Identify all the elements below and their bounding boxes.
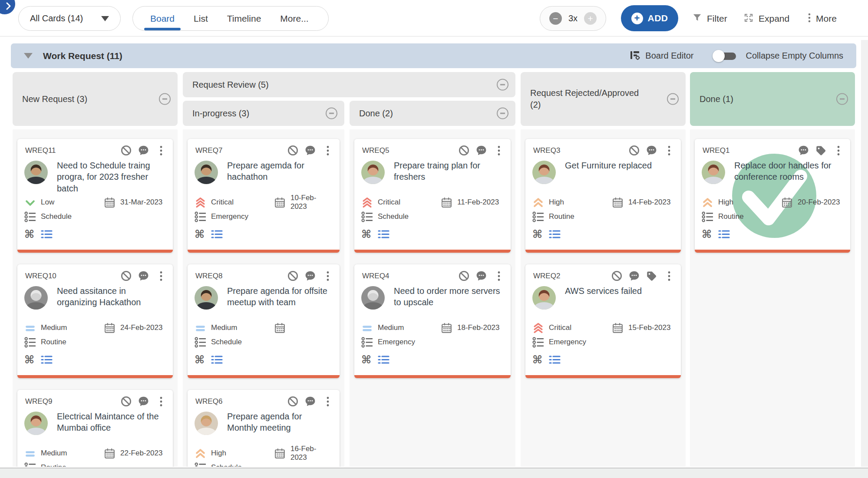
dots-icon[interactable] (663, 270, 675, 282)
section-collapse-caret-icon[interactable] (24, 53, 33, 59)
card-id: WREQ4 (362, 272, 389, 280)
collapse-column-icon[interactable] (667, 93, 679, 105)
ban-icon[interactable] (458, 270, 470, 282)
comment-icon[interactable] (138, 270, 149, 282)
horizontal-scrollbar-track[interactable] (0, 468, 868, 478)
kanban-card[interactable]: WREQ10 Need assitance in organizing Hack… (17, 264, 173, 378)
zoom-out-button[interactable]: − (549, 12, 562, 25)
checklist-icon[interactable] (41, 229, 53, 239)
kanban-card[interactable]: WREQ5 Prepare traing plan for freshers C… (354, 139, 511, 253)
shortcut-command-icon[interactable]: ⌘ (702, 229, 712, 240)
kanban-card[interactable]: WREQ4 Need to order more servers to upsc… (354, 264, 511, 378)
ban-icon[interactable] (458, 145, 470, 156)
dots-icon[interactable] (322, 270, 333, 282)
checklist-icon[interactable] (378, 229, 389, 239)
dots-icon[interactable] (493, 270, 505, 282)
comment-icon[interactable] (475, 270, 487, 282)
avatar (24, 412, 48, 435)
zoom-in-button[interactable]: + (584, 12, 597, 25)
checklist-icon[interactable] (718, 229, 730, 239)
card-priority-date-row: High 16-Feb-2023 (195, 447, 333, 459)
add-button[interactable]: + ADD (621, 5, 678, 31)
comment-icon[interactable] (798, 145, 809, 156)
section-header-actions: Board Editor Collapse Empty Columns (630, 50, 843, 62)
collapse-column-icon[interactable] (836, 93, 848, 105)
ban-icon[interactable] (287, 396, 299, 407)
comment-icon[interactable] (138, 396, 149, 407)
ban-icon[interactable] (628, 145, 640, 156)
checklist-icon[interactable] (211, 229, 223, 239)
card-footer-icons: ⌘ (361, 228, 389, 240)
dots-icon[interactable] (832, 145, 844, 156)
priority: Medium (24, 448, 67, 459)
shortcut-command-icon[interactable]: ⌘ (361, 229, 371, 240)
checklist-icon[interactable] (41, 355, 53, 365)
tab-board[interactable]: Board (150, 7, 175, 30)
shortcut-command-icon[interactable]: ⌘ (195, 354, 205, 365)
kanban-card[interactable]: WREQ8 Prepare agenda for offsite meetup … (188, 264, 340, 378)
comment-icon[interactable] (304, 396, 316, 407)
kanban-card[interactable]: WREQ1 Replace door handles for conferenc… (695, 139, 850, 253)
expand-button[interactable]: Expand (743, 6, 789, 31)
kanban-card[interactable]: WREQ7 Prepare agemda for hachathon Criti… (188, 139, 340, 253)
kanban-card[interactable]: WREQ9 Electrical Maintance of the Mumbai… (17, 390, 173, 467)
cards-filter-dropdown[interactable]: All Cards (14) (18, 6, 121, 31)
vertical-scrollbar-track[interactable] (861, 40, 868, 467)
checklist-icon[interactable] (549, 229, 561, 239)
comment-icon[interactable] (304, 270, 316, 282)
cards-filter-label: All Cards (14) (30, 13, 83, 23)
task-type-icon (532, 211, 544, 222)
checklist-icon[interactable] (211, 355, 223, 365)
tag-icon[interactable] (815, 145, 827, 156)
tab-more[interactable]: More... (280, 7, 308, 30)
checklist-icon[interactable] (378, 355, 389, 365)
filter-button[interactable]: Filter (692, 6, 727, 31)
ban-icon[interactable] (611, 270, 623, 282)
collapse-column-icon[interactable] (497, 79, 508, 91)
column-new-request: WREQ11 Need to Schedule traing progra, f… (13, 129, 178, 467)
shortcut-command-icon[interactable]: ⌘ (24, 354, 34, 365)
checklist-icon[interactable] (549, 355, 561, 365)
collapse-column-icon[interactable] (326, 108, 337, 119)
column-header-done-sub: Done (2) (350, 101, 515, 126)
more-button[interactable]: More (808, 6, 837, 31)
kanban-card[interactable]: WREQ3 Get Furniture replaced High (525, 139, 681, 253)
collapse-column-icon[interactable] (497, 108, 508, 119)
ban-icon[interactable] (287, 270, 299, 282)
card-header-icons (623, 145, 675, 156)
card-title: Prepare agenda for offsite meetup with t… (227, 285, 333, 308)
ban-icon[interactable] (120, 145, 132, 156)
kanban-card[interactable]: WREQ6 Prepare agenda for Monthly meeting… (188, 390, 340, 467)
dots-icon[interactable] (155, 396, 167, 407)
comment-icon[interactable] (646, 145, 657, 156)
card-title: Prepare agenda for Monthly meeting (227, 411, 333, 434)
comment-icon[interactable] (304, 145, 316, 156)
kanban-card[interactable]: WREQ2 AWS services failed Critical (525, 264, 681, 378)
ban-icon[interactable] (120, 270, 132, 282)
dots-icon[interactable] (493, 145, 505, 156)
comment-icon[interactable] (138, 145, 149, 156)
shortcut-command-icon[interactable]: ⌘ (532, 354, 542, 365)
dots-icon[interactable] (155, 270, 167, 282)
dots-icon[interactable] (155, 145, 167, 156)
board-editor-button[interactable]: Board Editor (630, 50, 693, 62)
kanban-card[interactable]: WREQ11 Need to Schedule traing progra, f… (17, 139, 173, 253)
shortcut-command-icon[interactable]: ⌘ (24, 229, 34, 240)
tag-icon[interactable] (646, 270, 657, 282)
tab-timeline[interactable]: Timeline (227, 7, 261, 30)
ban-icon[interactable] (287, 145, 299, 156)
collapse-empty-columns-toggle[interactable] (713, 50, 737, 62)
comment-icon[interactable] (628, 270, 640, 282)
task-type-icon (702, 211, 713, 222)
dots-icon[interactable] (663, 145, 675, 156)
dots-icon[interactable] (322, 145, 333, 156)
dots-icon[interactable] (322, 396, 333, 407)
tab-list[interactable]: List (194, 7, 208, 30)
ban-icon[interactable] (120, 396, 132, 407)
card-title: Electrical Maintance of the Mumbai offic… (57, 411, 166, 434)
shortcut-command-icon[interactable]: ⌘ (532, 229, 542, 240)
shortcut-command-icon[interactable]: ⌘ (195, 229, 205, 240)
comment-icon[interactable] (475, 145, 487, 156)
shortcut-command-icon[interactable]: ⌘ (361, 354, 371, 365)
collapse-column-icon[interactable] (159, 93, 171, 105)
